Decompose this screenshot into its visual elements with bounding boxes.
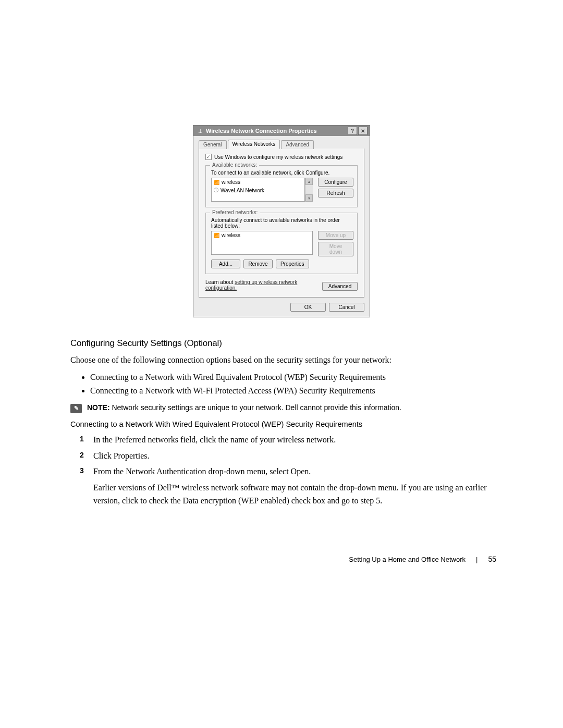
- refresh-button[interactable]: Refresh: [318, 189, 353, 198]
- step-3: From the Network Authentication drop-dow…: [80, 465, 493, 507]
- scrollbar[interactable]: ▴ ▾: [305, 178, 313, 202]
- use-windows-label: Use Windows to configure my wireless net…: [214, 154, 342, 160]
- available-legend: Available networks:: [210, 162, 259, 168]
- wireless-properties-dialog: ⊥ Wireless Network Connection Properties…: [193, 125, 370, 317]
- preferred-hint: Automatically connect to available netwo…: [211, 217, 352, 229]
- page-number: 55: [488, 555, 496, 563]
- cancel-button[interactable]: Cancel: [329, 303, 364, 312]
- ok-button[interactable]: OK: [290, 303, 326, 312]
- step-1: In the Preferred networks field, click t…: [80, 434, 493, 447]
- help-button[interactable]: ?: [348, 127, 357, 135]
- scroll-up-icon[interactable]: ▴: [305, 178, 313, 185]
- note-text: Network security settings are unique to …: [110, 403, 402, 412]
- page-footer: Setting Up a Home and Office Network | 5…: [0, 555, 563, 563]
- heading-configuring-security: Configuring Security Settings (Optional): [70, 338, 493, 349]
- move-down-button[interactable]: Move down: [318, 242, 353, 256]
- close-button[interactable]: ✕: [358, 127, 368, 135]
- footer-section: Setting Up a Home and Office Network: [349, 556, 466, 563]
- footer-separator: |: [476, 556, 478, 563]
- wireless-icon: ⊥: [197, 127, 204, 134]
- subheading-wep: Connecting to a Network With Wired Equiv…: [70, 420, 493, 428]
- preferred-legend: Preferred networks:: [210, 209, 260, 215]
- tab-wireless-networks[interactable]: Wireless Networks: [228, 140, 280, 149]
- available-networks-group: Available networks: To connect to an ava…: [205, 165, 358, 207]
- move-up-button[interactable]: Move up: [318, 231, 353, 240]
- bullet-wpa: Connecting to a Network with Wi-Fi Prote…: [90, 384, 493, 398]
- available-networks-list[interactable]: 📶 wireless ⓘ WaveLAN Network: [211, 178, 305, 202]
- list-item[interactable]: 📶 wireless: [212, 231, 312, 239]
- antenna-icon: 📶: [214, 233, 219, 238]
- tab-general[interactable]: General: [199, 140, 227, 149]
- tab-panel-wireless: ✓ Use Windows to configure my wireless n…: [199, 149, 364, 298]
- list-item[interactable]: 📶 wireless: [212, 178, 304, 186]
- bullet-wep: Connecting to a Network with Wired Equiv…: [90, 371, 493, 384]
- antenna-icon: ⓘ: [214, 187, 218, 194]
- intro-paragraph: Choose one of the following connection o…: [70, 354, 493, 366]
- remove-button[interactable]: Remove: [243, 260, 273, 268]
- dialog-title: Wireless Network Connection Properties: [206, 128, 317, 134]
- add-button[interactable]: Add...: [211, 260, 240, 268]
- use-windows-checkbox[interactable]: ✓: [205, 154, 212, 160]
- properties-button[interactable]: Properties: [276, 260, 309, 268]
- note-block: ✎ NOTE: Network security settings are un…: [70, 403, 493, 413]
- antenna-icon: 📶: [214, 180, 219, 185]
- step-3-followup: Earlier versions of Dell™ wireless netwo…: [93, 482, 493, 508]
- titlebar[interactable]: ⊥ Wireless Network Connection Properties…: [193, 126, 370, 136]
- note-icon: ✎: [70, 404, 82, 413]
- tab-advanced[interactable]: Advanced: [281, 140, 313, 149]
- preferred-networks-group: Preferred networks: Automatically connec…: [205, 213, 358, 274]
- preferred-networks-list[interactable]: 📶 wireless: [211, 231, 313, 255]
- configure-button[interactable]: Configure: [318, 178, 353, 187]
- learn-label: Learn about: [205, 279, 235, 285]
- note-label: NOTE:: [87, 403, 110, 412]
- step-2: Click Properties.: [80, 450, 493, 463]
- list-item[interactable]: ⓘ WaveLAN Network: [212, 186, 304, 195]
- tab-strip: General Wireless Networks Advanced: [199, 139, 364, 149]
- advanced-button[interactable]: Advanced: [322, 282, 358, 291]
- scroll-down-icon[interactable]: ▾: [305, 194, 313, 202]
- available-hint: To connect to an available network, clic…: [211, 170, 352, 176]
